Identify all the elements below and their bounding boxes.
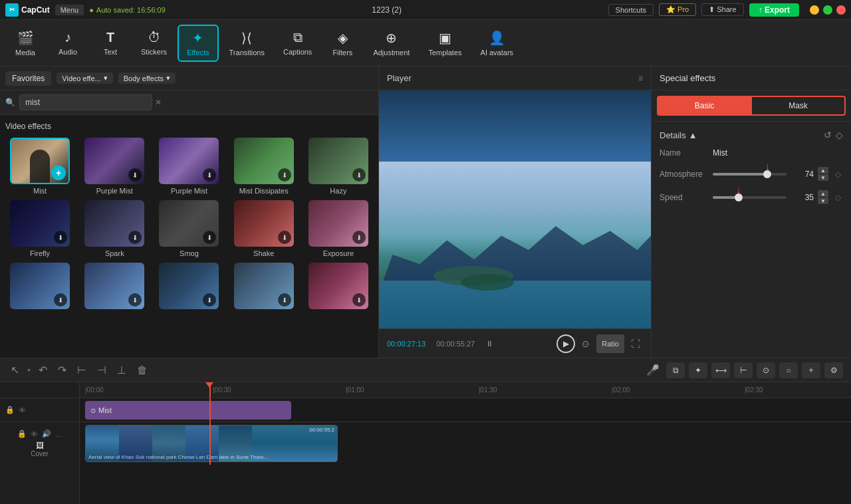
- tool-templates[interactable]: ▣ Templates: [420, 26, 469, 61]
- timeline-playhead[interactable]: [209, 382, 211, 398]
- tool-captions[interactable]: ⧉ Captions: [275, 26, 320, 60]
- pause-icon-btn[interactable]: ⏸: [485, 339, 493, 348]
- tool-text[interactable]: T Text: [90, 26, 130, 60]
- effect-item-exposure[interactable]: ⬇ Exposure: [304, 200, 373, 257]
- split-button[interactable]: ⊢: [74, 362, 89, 378]
- reset-button[interactable]: ↺: [824, 130, 832, 140]
- speed-reset[interactable]: ◇: [832, 192, 843, 203]
- maximize-button[interactable]: [823, 5, 832, 15]
- timeline-tool-face[interactable]: ⊙: [757, 362, 775, 378]
- atmosphere-reset[interactable]: ◇: [832, 169, 843, 180]
- download-icon[interactable]: ⬇: [54, 231, 67, 244]
- search-input[interactable]: [19, 94, 152, 110]
- atmosphere-decrement[interactable]: ▼: [818, 174, 828, 181]
- tool-ai-avatars[interactable]: 👤 AI avatars: [473, 26, 522, 61]
- tool-transitions[interactable]: ⟩⟨ Transitions: [221, 26, 273, 61]
- menu-button[interactable]: Menu: [55, 5, 84, 15]
- tab-mask[interactable]: Mask: [751, 96, 846, 116]
- tool-media[interactable]: 🎬 Media: [5, 26, 45, 61]
- effect-item-spark[interactable]: ⬇ Spark: [80, 200, 149, 257]
- tool-audio[interactable]: ♪ Audio: [48, 26, 88, 60]
- timeline-tool-plus[interactable]: +: [802, 362, 820, 378]
- download-icon[interactable]: ⬇: [352, 293, 366, 307]
- timeline-tool-circle[interactable]: ○: [779, 362, 798, 378]
- effect-item-hazy[interactable]: ⬇ Hazy: [304, 138, 373, 195]
- timeline-tool-settings[interactable]: ⚙: [824, 362, 843, 378]
- split-right-button[interactable]: ⊣: [94, 362, 109, 378]
- speed-decrement[interactable]: ▼: [818, 197, 828, 204]
- timeline-tool-merge[interactable]: ⟷: [711, 362, 730, 378]
- track-audio-icon[interactable]: 🔊: [42, 430, 51, 438]
- download-icon[interactable]: ⬇: [352, 168, 366, 182]
- download-icon[interactable]: ⬇: [203, 293, 216, 307]
- download-icon[interactable]: ⬇: [352, 231, 366, 244]
- download-icon[interactable]: ⬇: [203, 168, 216, 182]
- speed-slider-thumb[interactable]: ↓: [735, 193, 743, 201]
- split-both-button[interactable]: ⊥: [114, 362, 129, 378]
- effect-item-firefly[interactable]: ⬇ Firefly: [5, 200, 74, 257]
- effect-item-r3[interactable]: ⬇: [154, 263, 223, 312]
- mist-effect-clip[interactable]: ⊙ Mist: [85, 401, 291, 420]
- shortcuts-button[interactable]: Shortcuts: [608, 4, 654, 16]
- effect-item-shake[interactable]: ⬇ Shake: [229, 200, 299, 257]
- download-icon[interactable]: ⬇: [128, 293, 142, 307]
- record-button[interactable]: 🎤: [644, 362, 662, 378]
- atmosphere-slider-thumb[interactable]: ↓: [763, 170, 771, 178]
- atmosphere-slider-track[interactable]: ↓: [713, 173, 787, 176]
- speed-increment[interactable]: ▲: [818, 190, 828, 197]
- effect-item-r1[interactable]: ⬇: [5, 263, 74, 312]
- track-more-icon[interactable]: …: [55, 430, 62, 438]
- export-button[interactable]: ↑ Export: [749, 3, 799, 17]
- close-button[interactable]: [836, 5, 846, 15]
- download-icon[interactable]: ⬇: [278, 168, 291, 182]
- download-icon[interactable]: ⬇: [203, 231, 216, 244]
- play-button[interactable]: ▶: [556, 334, 575, 353]
- atmosphere-increment[interactable]: ▲: [818, 167, 828, 174]
- delete-button[interactable]: 🗑: [134, 363, 150, 378]
- effect-item-r4[interactable]: ⬇: [229, 263, 299, 312]
- search-clear-button[interactable]: ✕: [155, 98, 162, 107]
- effect-item-smog[interactable]: ⬇ Smog: [154, 200, 223, 257]
- timeline-tool-link[interactable]: ⧉: [666, 362, 685, 378]
- redo-button[interactable]: ↷: [55, 362, 69, 378]
- collapse-icon[interactable]: ▲: [689, 130, 697, 140]
- share-button[interactable]: ⬆ Share: [701, 3, 743, 16]
- track-eye-icon[interactable]: 👁: [31, 430, 38, 438]
- pro-button[interactable]: ⭐ Pro: [659, 3, 696, 16]
- select-chevron[interactable]: ▾: [27, 366, 31, 374]
- cover-label-area[interactable]: 🖼 Cover: [31, 441, 49, 457]
- tool-filters[interactable]: ◈ Filters: [322, 26, 362, 61]
- body-effects-dropdown[interactable]: Body effects ▾: [118, 72, 176, 84]
- ratio-button[interactable]: Ratio: [596, 334, 624, 353]
- face-detect-button[interactable]: ⊙: [579, 334, 592, 353]
- timeline-tool-cut[interactable]: ✦: [689, 362, 707, 378]
- effect-item-purple-mist1[interactable]: ⬇ Purple Mist: [80, 138, 149, 195]
- effect-item-mist[interactable]: + Mist: [5, 138, 74, 195]
- download-icon[interactable]: ⬇: [278, 231, 291, 244]
- minimize-button[interactable]: [810, 5, 819, 15]
- track-lock-icon[interactable]: 🔒: [17, 430, 27, 438]
- keyframe-button[interactable]: ◇: [836, 130, 843, 140]
- download-icon[interactable]: ⬇: [278, 293, 291, 307]
- player-menu-icon[interactable]: ≡: [638, 74, 643, 83]
- speed-slider-track[interactable]: ↓: [713, 196, 787, 199]
- select-tool[interactable]: ↖: [8, 362, 22, 378]
- effect-item-r5[interactable]: ⬇: [304, 263, 373, 312]
- timeline-tool-split2[interactable]: ⊢: [734, 362, 753, 378]
- eye-icon[interactable]: 👁: [19, 406, 26, 414]
- download-icon[interactable]: ⬇: [128, 168, 142, 182]
- tab-basic[interactable]: Basic: [657, 96, 751, 116]
- fullscreen-button[interactable]: ⛶: [628, 334, 643, 353]
- effect-item-purple-mist2[interactable]: ⬇ Purple Mist: [154, 138, 223, 195]
- tool-adjustment[interactable]: ⊕ Adjustment: [365, 26, 418, 61]
- effect-item-mist-dissipates[interactable]: ⬇ Mist Dissipates: [229, 138, 299, 195]
- tool-stickers[interactable]: ⏱ Stickers: [133, 26, 175, 60]
- favorites-tab[interactable]: Favorites: [5, 71, 51, 86]
- tool-effects[interactable]: ✦ Effects: [178, 25, 218, 62]
- video-effects-dropdown[interactable]: Video effe... ▾: [57, 72, 112, 84]
- lock-icon[interactable]: 🔒: [5, 406, 15, 414]
- download-icon[interactable]: ⬇: [128, 231, 142, 244]
- download-icon[interactable]: ⬇: [54, 293, 67, 307]
- video-clip[interactable]: Aerial view of Khao Sok national park Ch…: [85, 425, 338, 462]
- undo-button[interactable]: ↶: [36, 362, 50, 378]
